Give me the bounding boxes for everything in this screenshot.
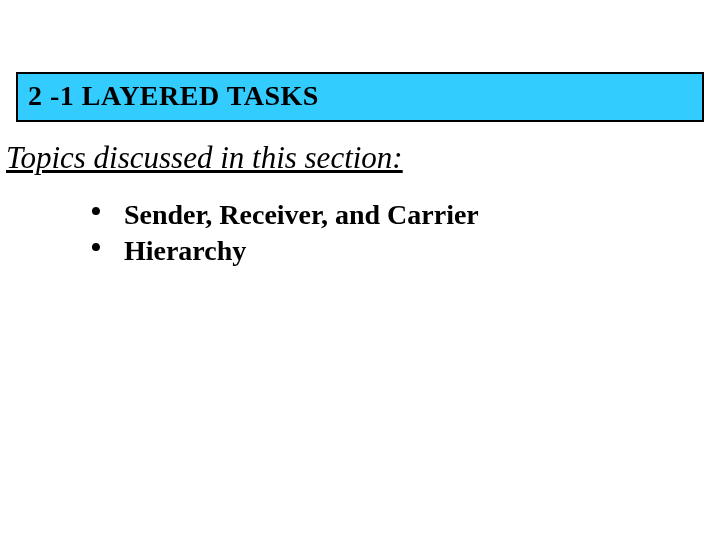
slide-title: 2 -1 LAYERED TASKS	[28, 80, 319, 111]
bullet-list: • Sender, Receiver, and Carrier • Hierar…	[90, 198, 720, 268]
slide: 2 -1 LAYERED TASKS Topics discussed in t…	[0, 72, 720, 540]
bullet-text: Hierarchy	[124, 234, 246, 268]
list-item: • Sender, Receiver, and Carrier	[90, 198, 720, 232]
title-bar: 2 -1 LAYERED TASKS	[16, 72, 704, 122]
bullet-icon: •	[90, 234, 102, 262]
bullet-text: Sender, Receiver, and Carrier	[124, 198, 479, 232]
list-item: • Hierarchy	[90, 234, 720, 268]
bullet-icon: •	[90, 198, 102, 226]
section-heading: Topics discussed in this section:	[6, 140, 720, 176]
